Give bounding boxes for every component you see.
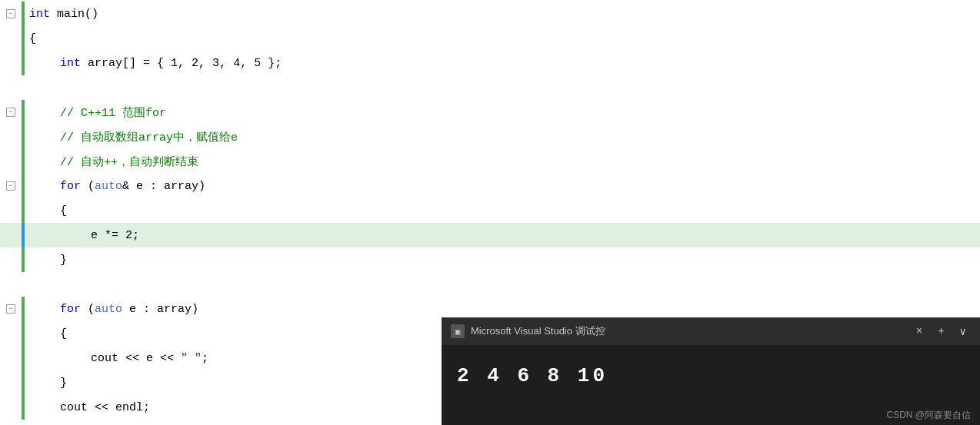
tokens-5: // C++11 范围for <box>60 105 166 120</box>
code-line-10: e *= 2; <box>0 223 980 247</box>
side-bar-17 <box>22 395 25 420</box>
code-line-11: } <box>0 247 980 272</box>
collapse-button-5[interactable]: − <box>6 108 15 117</box>
code-line-1: −int main() <box>0 2 980 26</box>
token: & e : array) <box>122 180 205 193</box>
tokens-8: for (auto& e : array) <box>60 180 205 193</box>
tokens-1: int main() <box>29 8 98 21</box>
token: ; <box>202 352 208 365</box>
side-bar-12 <box>22 272 25 297</box>
side-bar-6 <box>22 125 25 149</box>
side-bar-2 <box>22 26 25 51</box>
token: cout << e << <box>91 352 181 365</box>
token: * <box>105 229 112 242</box>
terminal-add-button[interactable]: + <box>933 324 948 339</box>
terminal-close-button[interactable]: × <box>912 324 927 339</box>
token: , <box>240 57 254 70</box>
tokens-3: int array[] = { 1, 2, 3, 4, 5 }; <box>60 57 282 70</box>
token: { <box>60 204 67 217</box>
side-bar-7 <box>22 149 25 174</box>
tokens-14: { <box>60 327 67 340</box>
terminal-titlebar: ▣ Microsoft Visual Studio 调试控 × + ∨ <box>442 317 980 345</box>
token: auto <box>95 180 122 193</box>
tokens-7: // 自动++，自动判断结束 <box>60 154 198 169</box>
token: auto <box>95 303 122 316</box>
tokens-11: } <box>60 254 67 267</box>
token: { <box>60 327 67 340</box>
tokens-16: } <box>60 377 67 390</box>
side-bar-8 <box>22 174 25 198</box>
tokens-15: cout << e << " "; <box>91 352 208 365</box>
token: ( <box>81 180 95 193</box>
tokens-17: cout << endl; <box>60 401 150 414</box>
code-line-12 <box>0 272 980 297</box>
tokens-9: { <box>60 204 67 217</box>
side-bar-13 <box>22 297 25 321</box>
token: , <box>198 57 212 70</box>
code-line-8: −for (auto& e : array) <box>0 174 980 198</box>
token: int <box>60 57 81 70</box>
token: // 自动++，自动判断结束 <box>60 156 198 169</box>
collapse-button-13[interactable]: − <box>6 304 15 314</box>
collapse-button-1[interactable]: − <box>6 9 15 18</box>
terminal-output: 2 4 6 8 10 <box>457 364 608 387</box>
token: , <box>178 57 192 70</box>
token: 5 <box>254 57 261 70</box>
gutter-5: − <box>0 108 22 117</box>
side-bar-15 <box>22 346 25 370</box>
token: } <box>60 254 67 267</box>
terminal-chevron-button[interactable]: ∨ <box>955 324 971 340</box>
side-bar-16 <box>22 370 25 395</box>
token: = 2; <box>112 229 139 242</box>
token: main() <box>50 8 98 21</box>
token: 1 <box>171 57 178 70</box>
side-bar-1 <box>22 2 25 26</box>
editor-area: −int main(){int array[] = { 1, 2, 3, 4, … <box>0 0 980 425</box>
gutter-8: − <box>0 181 22 191</box>
code-line-4 <box>0 75 980 100</box>
token: // C++11 范围for <box>60 107 166 120</box>
side-bar-9 <box>22 198 25 223</box>
terminal-content: 2 4 6 8 10 <box>442 345 980 406</box>
token: for <box>60 303 81 316</box>
side-bar-11 <box>22 247 25 272</box>
token: }; <box>261 57 282 70</box>
tokens-2: { <box>29 32 36 45</box>
side-bar-14 <box>22 321 25 346</box>
gutter-1: − <box>0 9 22 18</box>
token: 2 <box>192 57 198 70</box>
terminal-footer: CSDN @阿森要自信 <box>442 406 980 425</box>
side-bar-4 <box>22 75 25 100</box>
token: " " <box>181 352 202 365</box>
token: e : array) <box>122 303 198 316</box>
token: { <box>29 32 36 45</box>
token: for <box>60 180 81 193</box>
code-line-9: { <box>0 198 980 223</box>
terminal-window: ▣ Microsoft Visual Studio 调试控 × + ∨ 2 4 … <box>442 317 980 425</box>
watermark: CSDN @阿森要自信 <box>886 409 971 422</box>
code-line-3: int array[] = { 1, 2, 3, 4, 5 }; <box>0 51 980 75</box>
side-bar-3 <box>22 51 25 75</box>
token: } <box>60 377 67 390</box>
side-bar-10 <box>22 223 25 247</box>
side-bar-5 <box>22 100 25 125</box>
code-line-5: −// C++11 范围for <box>0 100 980 125</box>
token: int <box>29 8 50 21</box>
tokens-13: for (auto e : array) <box>60 303 198 316</box>
code-line-6: // 自动取数组array中，赋值给e <box>0 125 980 149</box>
collapse-button-8[interactable]: − <box>6 181 15 191</box>
token: // 自动取数组array中，赋值给e <box>60 131 238 144</box>
code-line-7: // 自动++，自动判断结束 <box>0 149 980 174</box>
token: 4 <box>233 57 240 70</box>
terminal-title: Microsoft Visual Studio 调试控 <box>471 324 905 338</box>
token: array[] = { <box>81 57 171 70</box>
terminal-icon: ▣ <box>451 324 465 338</box>
token: e <box>91 229 105 242</box>
token: cout << endl; <box>60 401 150 414</box>
tokens-6: // 自动取数组array中，赋值给e <box>60 130 238 144</box>
token: ( <box>81 303 95 316</box>
token: , <box>219 57 233 70</box>
token: 3 <box>212 57 219 70</box>
tokens-10: e *= 2; <box>91 229 139 242</box>
gutter-13: − <box>0 304 22 314</box>
